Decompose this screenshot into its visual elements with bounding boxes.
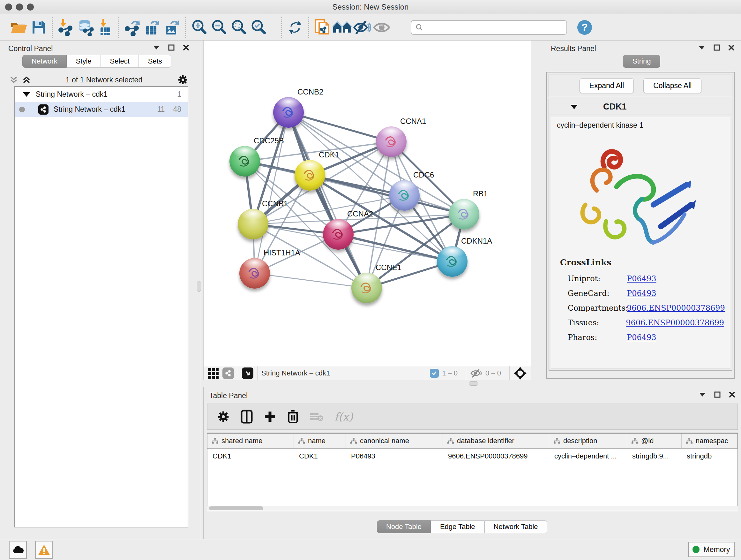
collapse-all-button[interactable]: Collapse All: [643, 78, 701, 93]
node-label-CCNB2: CCNB2: [297, 87, 323, 97]
home-levels-button[interactable]: [332, 17, 352, 37]
network-node-CCNE1[interactable]: [351, 273, 382, 303]
network-node-CDKN1A[interactable]: [437, 246, 468, 277]
collection-expander-icon[interactable]: [23, 92, 30, 97]
export-network-button[interactable]: [123, 17, 142, 37]
collapse-all-tree-icon[interactable]: [10, 76, 18, 84]
column-header-canonical-name[interactable]: canonical name: [346, 434, 443, 448]
network-node-RB1[interactable]: [449, 199, 479, 230]
maximize-panel-icon[interactable]: [168, 44, 175, 51]
search-input[interactable]: [411, 20, 567, 35]
expand-all-button[interactable]: Expand All: [580, 78, 634, 93]
network-edge-CDK1-RB1[interactable]: [310, 175, 464, 214]
network-node-CDC25B[interactable]: [229, 146, 260, 177]
crosslink-link[interactable]: P06493: [627, 274, 657, 283]
crosslink-link[interactable]: 9606.ENSP00000378699: [627, 304, 725, 313]
scrollbar-thumb[interactable]: [209, 506, 263, 510]
tab-network[interactable]: Network: [22, 55, 67, 68]
left-splitter-grip[interactable]: [197, 281, 201, 292]
network-edge-CCNB2-CCNE1[interactable]: [288, 112, 367, 288]
network-node-CDK1[interactable]: [294, 160, 325, 191]
table-cell[interactable]: CDK1: [207, 449, 294, 463]
crosslink-link[interactable]: P06493: [627, 333, 657, 342]
float-panel-icon[interactable]: [698, 45, 705, 50]
section-expander-icon[interactable]: [570, 105, 578, 109]
network-edge-HIST1H1A-CCNE1[interactable]: [255, 273, 367, 288]
zoom-in-button[interactable]: [189, 17, 209, 37]
column-header-database-identifier[interactable]: database identifier: [443, 434, 549, 448]
import-network-file-button[interactable]: [56, 17, 76, 37]
open-in-window-icon[interactable]: [242, 368, 253, 379]
zoom-out-button[interactable]: [209, 17, 229, 37]
column-header--id[interactable]: @id: [627, 434, 682, 448]
delete-column-trash-icon[interactable]: [287, 410, 299, 424]
float-panel-icon[interactable]: [699, 392, 706, 397]
birds-eye-grid-icon[interactable]: [208, 368, 219, 379]
column-header-shared-name[interactable]: shared name: [207, 434, 294, 448]
show-columns-icon[interactable]: [241, 410, 253, 424]
table-cell[interactable]: cyclin–dependent ...: [549, 449, 627, 463]
close-panel-icon[interactable]: [729, 391, 735, 398]
tab-style[interactable]: Style: [67, 55, 101, 68]
table-cell[interactable]: stringdb: [682, 449, 738, 463]
export-image-button[interactable]: [162, 17, 182, 37]
import-network-database-button[interactable]: [76, 17, 95, 37]
column-header-name[interactable]: name: [294, 434, 346, 448]
selected-checkbox-icon[interactable]: [430, 369, 439, 378]
column-header-description[interactable]: description: [549, 434, 627, 448]
crosslink-row: GeneCard: P06493: [568, 289, 724, 298]
column-header-namespac[interactable]: namespac: [682, 434, 738, 448]
maximize-panel-icon[interactable]: [714, 391, 721, 398]
network-share-icon[interactable]: [222, 368, 234, 379]
warning-status-button[interactable]: [35, 541, 53, 559]
refresh-button[interactable]: [285, 17, 305, 37]
fit-selection-crosshair-icon[interactable]: [514, 367, 527, 380]
tab-edge-table[interactable]: Edge Table: [431, 520, 484, 533]
network-node-CDC6[interactable]: [389, 180, 420, 211]
save-session-button[interactable]: [29, 17, 49, 37]
cloud-status-button[interactable]: [9, 541, 27, 559]
tab-network-table[interactable]: Network Table: [484, 520, 547, 533]
help-button[interactable]: ?: [575, 17, 595, 37]
zoom-selected-button[interactable]: [249, 17, 268, 37]
splitter-grip[interactable]: [469, 381, 478, 386]
network-node-HIST1H1A[interactable]: [239, 258, 270, 289]
network-node-CCNA1[interactable]: [376, 126, 407, 157]
tab-sets[interactable]: Sets: [139, 55, 172, 68]
network-collection-row[interactable]: String Network – cdk1 1: [15, 87, 188, 102]
tab-string[interactable]: String: [623, 55, 660, 68]
crosslink-link[interactable]: 9606.ENSP00000378699: [626, 318, 724, 327]
create-column-plus-icon[interactable]: [264, 410, 276, 423]
export-table-button[interactable]: [142, 17, 162, 37]
zoom-fit-button[interactable]: [229, 17, 249, 37]
protein-section-header[interactable]: CDK1: [549, 99, 732, 115]
network-node-CCNA2[interactable]: [323, 219, 354, 250]
copy-network-button[interactable]: [313, 17, 332, 37]
expand-all-tree-icon[interactable]: [22, 76, 30, 84]
tab-select[interactable]: Select: [101, 55, 139, 68]
maximize-panel-icon[interactable]: [714, 44, 720, 51]
table-horizontal-scrollbar[interactable]: [207, 506, 738, 511]
network-node-CCNB1[interactable]: [238, 209, 268, 240]
close-panel-icon[interactable]: [728, 44, 735, 51]
network-row[interactable]: String Network – cdk1 11 48: [15, 102, 188, 117]
table-cell[interactable]: stringdb:9...: [627, 449, 682, 463]
hide-selected-button[interactable]: [352, 17, 372, 37]
network-options-gear-icon[interactable]: [178, 74, 188, 85]
table-options-gear-icon[interactable]: [217, 410, 230, 423]
tab-node-table[interactable]: Node Table: [377, 520, 431, 533]
table-cell[interactable]: CDK1: [294, 449, 346, 463]
table-row[interactable]: CDK1CDK1P064939606.ENSP00000378699cyclin…: [207, 449, 738, 463]
open-session-button[interactable]: [9, 17, 29, 37]
network-node-CCNB2[interactable]: [273, 97, 304, 128]
table-cell[interactable]: P06493: [346, 449, 443, 463]
network-canvas[interactable]: CCNB2CCNA1CDC25BCDK1CDC6RB1CCNB1CCNA2CDK…: [203, 41, 531, 366]
import-table-button[interactable]: [95, 17, 115, 37]
crosslink-link[interactable]: P06493: [627, 289, 657, 298]
hidden-eye-slash-icon[interactable]: [470, 368, 482, 378]
table-cell[interactable]: 9606.ENSP00000378699: [443, 449, 549, 463]
close-panel-icon[interactable]: [183, 44, 189, 51]
memory-button[interactable]: Memory: [688, 542, 735, 557]
float-panel-icon[interactable]: [153, 45, 160, 50]
show-all-button[interactable]: [372, 17, 392, 37]
